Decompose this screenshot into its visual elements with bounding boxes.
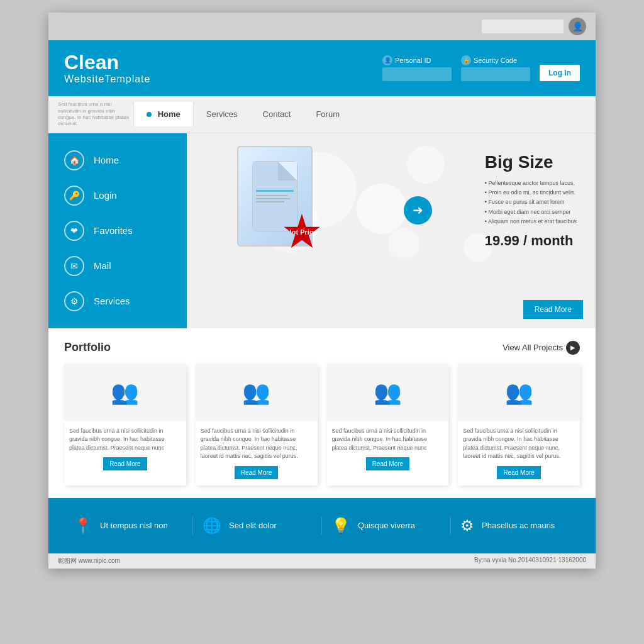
top-bar: 👤 xyxy=(48,13,596,40)
services-icon: ⚙ xyxy=(64,291,84,311)
sidebar-item-home[interactable]: 🏠 Home xyxy=(48,143,187,178)
portfolio-desc-4: Sed faucibus urna a nisi sollicitudin in… xyxy=(458,427,580,461)
portfolio-card-4: 👥 Sed faucibus urna a nisi sollicitudin … xyxy=(458,364,580,486)
portfolio-section: Portfolio View All Projects ▶ 👥 Sed fauc… xyxy=(48,328,596,498)
footer-item-2: 🌐 Sed elit dolor xyxy=(193,517,322,535)
people-icon-4: 👥 xyxy=(505,379,533,406)
svg-rect-4 xyxy=(256,190,294,192)
svg-rect-6 xyxy=(256,198,291,199)
globe-icon: 🌐 xyxy=(203,517,221,535)
portfolio-desc-2: Sed faucibus urna a nisi sollicitudin in… xyxy=(196,427,318,461)
site-subtitle: WebsiteTemplate xyxy=(64,74,150,85)
hero-product: Hot Price xyxy=(237,146,319,247)
personal-id-label: 👤 Personal ID xyxy=(382,55,431,65)
bullet-4: Morbi eget diam nec orci semper xyxy=(485,208,577,217)
people-icon-3: 👥 xyxy=(374,379,402,406)
portfolio-thumb-1: 👥 xyxy=(64,364,186,421)
portfolio-header: Portfolio View All Projects ▶ xyxy=(64,341,580,355)
site-title: Clean WebsiteTemplate xyxy=(64,52,150,85)
portfolio-card-3: 👥 Sed faucibus urna a nisi sollicitudin … xyxy=(327,364,449,486)
footer-item-3: 💡 Quisque viverra xyxy=(322,517,451,535)
bullet-1: Pellentesque auctor tempus lacus, xyxy=(485,179,577,188)
bullet-5: Aliquam non metus et erat faucibus xyxy=(485,217,577,226)
personal-id-group: 👤 Personal ID xyxy=(382,55,452,81)
portfolio-read-more-4[interactable]: Read More xyxy=(497,466,540,479)
login-button[interactable]: Log In xyxy=(540,65,580,81)
credit-right: By:na vyxia No.20140310921 13162000 xyxy=(474,557,586,565)
nav-dot xyxy=(147,112,152,117)
home-icon: 🏠 xyxy=(64,150,84,170)
site-footer: 📍 Ut tempus nisl non 🌐 Sed elit dolor 💡 … xyxy=(48,498,596,553)
heart-icon: ❤ xyxy=(64,221,84,241)
svg-rect-5 xyxy=(256,195,287,196)
circle-3 xyxy=(407,146,445,184)
credit-bar: 昵图网 www.nipic.com By:na vyxia No.2014031… xyxy=(48,553,596,569)
security-code-label: 🔒 Security Code xyxy=(461,55,517,65)
footer-item-4: ⚙ Phasellus ac mauris xyxy=(451,517,580,535)
nav-item-services[interactable]: Services xyxy=(194,102,250,126)
nav-items: Home Services Contact Forum xyxy=(133,102,352,126)
main-content: 🏠 Home 🔑 Login ❤ Favorites ✉ Mail ⚙ Serv… xyxy=(48,133,596,328)
login-icon: 🔑 xyxy=(64,186,84,206)
footer-text-1: Ut tempus nisl non xyxy=(100,521,168,530)
sidebar-item-favorites[interactable]: ❤ Favorites xyxy=(48,213,187,248)
site-name: Clean xyxy=(64,52,150,74)
svg-rect-7 xyxy=(256,201,284,203)
person-icon: 👤 xyxy=(382,55,392,65)
sidebar-item-login[interactable]: 🔑 Login xyxy=(48,178,187,213)
product-svg xyxy=(250,158,300,234)
hero-bullets: Pellentesque auctor tempus lacus, Proin … xyxy=(485,179,577,226)
nav-item-home[interactable]: Home xyxy=(133,102,194,126)
bullet-2: Proin eu odio mi, ac tincidunt velis. xyxy=(485,188,577,197)
portfolio-thumb-3: 👥 xyxy=(327,364,449,421)
portfolio-grid: 👥 Sed faucibus urna a nisi sollicitudin … xyxy=(64,364,580,486)
header-login: 👤 Personal ID 🔒 Security Code Log In xyxy=(382,55,580,81)
sidebar-item-services[interactable]: ⚙ Services xyxy=(48,284,187,319)
footer-item-1: 📍 Ut tempus nisl non xyxy=(64,517,193,535)
sidebar: 🏠 Home 🔑 Login ❤ Favorites ✉ Mail ⚙ Serv… xyxy=(48,133,187,328)
hero-arrow-button[interactable]: ➜ xyxy=(404,196,432,225)
portfolio-card-1: 👥 Sed faucibus urna a nisi sollicitudin … xyxy=(64,364,186,486)
circle-4 xyxy=(388,228,419,259)
bulb-icon: 💡 xyxy=(331,517,350,535)
hero-area: Hot Price Big Size Pellentesque auctor t… xyxy=(187,133,596,328)
hero-title: Big Size xyxy=(485,152,577,172)
site-header: Clean WebsiteTemplate 👤 Personal ID 🔒 Se… xyxy=(48,40,596,96)
portfolio-thumb-2: 👥 xyxy=(196,364,318,421)
hero-read-more-button[interactable]: Read More xyxy=(523,300,583,319)
nav-item-forum[interactable]: Forum xyxy=(303,102,352,126)
footer-text-3: Quisque viverra xyxy=(358,521,415,530)
portfolio-read-more-1[interactable]: Read More xyxy=(103,457,147,470)
website-wrapper: 👤 Clean WebsiteTemplate 👤 Personal ID 🔒 … xyxy=(48,13,596,569)
lock-icon: 🔒 xyxy=(461,55,471,65)
footer-text-2: Sed elit dolor xyxy=(229,521,277,530)
portfolio-desc-1: Sed faucibus urna a nisi sollicitudin in… xyxy=(64,427,186,453)
personal-id-input[interactable] xyxy=(382,67,452,81)
play-icon: ▶ xyxy=(566,341,580,355)
product-image: Hot Price xyxy=(237,146,313,247)
bullet-3: Fusce eu purus sit amet lorem xyxy=(485,197,577,207)
nav-item-contact[interactable]: Contact xyxy=(250,102,304,126)
view-all-button[interactable]: View All Projects ▶ xyxy=(502,341,580,355)
security-code-group: 🔒 Security Code xyxy=(461,55,530,81)
portfolio-title: Portfolio xyxy=(64,341,111,354)
security-code-input[interactable] xyxy=(461,67,530,81)
footer-text-4: Phasellus ac mauris xyxy=(482,521,555,530)
circle-2 xyxy=(357,184,407,234)
sidebar-item-mail[interactable]: ✉ Mail xyxy=(48,248,187,284)
nav-tagline: Sed faucibus urna a nisi sollicitudin in… xyxy=(58,96,133,133)
people-icon-1: 👥 xyxy=(111,379,139,406)
portfolio-desc-3: Sed faucibus urna a nisi sollicitudin in… xyxy=(327,427,449,453)
portfolio-read-more-2[interactable]: Read More xyxy=(235,466,278,479)
portfolio-card-2: 👥 Sed faucibus urna a nisi sollicitudin … xyxy=(196,364,318,486)
location-icon: 📍 xyxy=(74,517,92,535)
portfolio-thumb-4: 👥 xyxy=(458,364,580,421)
main-nav: Sed faucibus urna a nisi sollicitudin in… xyxy=(48,96,596,133)
people-icon-2: 👥 xyxy=(242,379,270,406)
user-avatar-icon[interactable]: 👤 xyxy=(569,18,586,35)
gear2-icon: ⚙ xyxy=(460,517,474,535)
mail-icon: ✉ xyxy=(64,256,84,276)
credit-left: 昵图网 www.nipic.com xyxy=(58,557,120,565)
search-input[interactable] xyxy=(482,19,564,33)
portfolio-read-more-3[interactable]: Read More xyxy=(366,457,409,470)
